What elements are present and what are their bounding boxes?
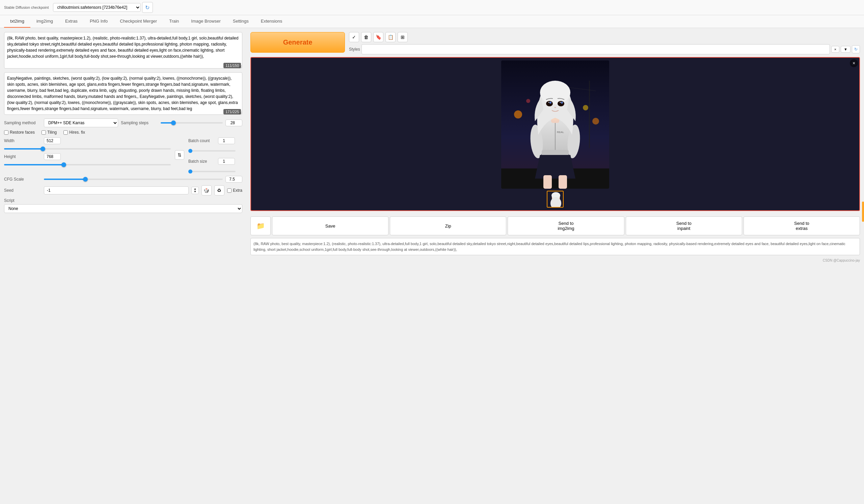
generate-row: Generate ✓ 🗑 🔖 📋 ⊞ Styles × ▼ ↻: [250, 32, 860, 55]
scrollbar-indicator[interactable]: [862, 202, 864, 222]
batch-size-slider[interactable]: [188, 171, 236, 172]
tab-train[interactable]: Train: [163, 15, 185, 28]
output-prompt-text: (8k, RAW photo, best quality, masterpiec…: [253, 242, 845, 252]
width-section: Width Height: [4, 137, 171, 166]
svg-point-3: [526, 99, 530, 103]
styles-dropdown-btn[interactable]: ▼: [841, 46, 851, 53]
hires-fix-input[interactable]: [63, 130, 68, 135]
tiling-label: Tiling: [47, 130, 57, 135]
tab-img2img[interactable]: img2img: [31, 15, 59, 28]
styles-dropdown: Styles × ▼ ↻: [349, 44, 860, 55]
top-bar: Stable Diffusion checkpoint chilloutmixn…: [0, 0, 864, 15]
negative-prompt-container: 171/225: [4, 72, 242, 116]
batch-count-label: Batch count: [188, 139, 215, 143]
cfg-scale-row: CFG Scale: [4, 176, 242, 183]
negative-prompt-textarea[interactable]: [4, 72, 242, 115]
thumbnail-0[interactable]: [547, 191, 564, 208]
positive-prompt-container: 111/150: [4, 32, 242, 70]
tab-image-browser[interactable]: Image Browser: [185, 15, 227, 28]
tiling-checkbox[interactable]: Tiling: [41, 130, 57, 135]
tab-settings[interactable]: Settings: [227, 15, 255, 28]
height-row: Height: [4, 153, 171, 160]
height-label: Height: [4, 154, 41, 159]
batch-size-value[interactable]: [218, 158, 235, 165]
close-image-btn[interactable]: ×: [850, 59, 858, 67]
styles-trash-btn[interactable]: 🗑: [361, 32, 371, 42]
styles-bookmark-btn[interactable]: 🔖: [373, 32, 383, 42]
open-folder-btn[interactable]: 📁: [250, 216, 271, 235]
checkpoint-dropdown[interactable]: chilloutmixni.safetensors [7234b76e42]: [53, 3, 141, 12]
zip-btn[interactable]: Zip: [390, 216, 506, 235]
image-output-area: ×: [250, 57, 860, 211]
cfg-scale-value[interactable]: [226, 176, 242, 183]
seed-stepper-btn[interactable]: ▲ ▼: [191, 187, 199, 194]
styles-section: ✓ 🗑 🔖 📋 ⊞ Styles × ▼ ↻: [349, 32, 860, 55]
extra-checkbox[interactable]: Extra: [227, 188, 242, 193]
cfg-scale-label: CFG Scale: [4, 177, 41, 182]
script-select[interactable]: None: [4, 204, 242, 213]
extra-input[interactable]: [227, 188, 231, 193]
generate-button[interactable]: Generate: [250, 32, 345, 53]
tab-txt2img[interactable]: txt2img: [4, 15, 31, 28]
right-panel: Generate ✓ 🗑 🔖 📋 ⊞ Styles × ▼ ↻: [247, 28, 864, 498]
save-btn[interactable]: Save: [272, 216, 388, 235]
batch-section: Batch count Batch size: [188, 137, 242, 173]
styles-check-btn[interactable]: ✓: [349, 32, 359, 42]
main-layout: 111/150 171/225 Sampling method DPM++ SD…: [0, 28, 864, 498]
refresh-checkpoint-btn[interactable]: ↻: [142, 2, 153, 13]
positive-prompt-textarea[interactable]: [4, 32, 242, 69]
tiling-input[interactable]: [41, 130, 46, 135]
send-to-extras-btn[interactable]: Send to extras: [744, 216, 860, 235]
styles-clear-btn[interactable]: ×: [831, 46, 839, 53]
seed-input[interactable]: [44, 186, 189, 194]
batch-count-value[interactable]: [218, 137, 235, 144]
height-value[interactable]: [44, 153, 61, 160]
sampling-steps-slider[interactable]: [161, 122, 223, 123]
svg-point-1: [514, 110, 522, 119]
tab-pnginfo[interactable]: PNG Info: [84, 15, 114, 28]
checkpoint-label: Stable Diffusion checkpoint: [4, 5, 49, 10]
restore-faces-input[interactable]: [4, 130, 9, 135]
hires-fix-checkbox[interactable]: Hires. fix: [63, 130, 85, 135]
styles-input[interactable]: [361, 44, 830, 55]
restore-faces-checkbox[interactable]: Restore faces: [4, 130, 35, 135]
cfg-scale-slider-container: [44, 176, 242, 183]
generated-image: REAL: [501, 60, 609, 189]
send-to-img2img-btn[interactable]: Send to img2img: [507, 216, 624, 235]
batch-count-slider[interactable]: [188, 150, 236, 152]
svg-point-23: [560, 102, 561, 103]
width-slider[interactable]: [4, 148, 171, 149]
cfg-scale-slider[interactable]: [44, 179, 223, 180]
dice-icon: 🎲: [204, 188, 209, 193]
height-slider[interactable]: [4, 164, 171, 165]
hires-fix-label: Hires. fix: [69, 130, 85, 135]
styles-refresh-btn[interactable]: ↻: [852, 45, 860, 53]
sampling-method-select[interactable]: DPM++ SDE Karras: [44, 119, 118, 127]
wh-batch-row: Width Height ⇅ Batch count: [4, 137, 242, 173]
left-panel: 111/150 171/225 Sampling method DPM++ SD…: [0, 28, 247, 498]
swap-dimensions-btn[interactable]: ⇅: [175, 150, 184, 160]
batch-size-label: Batch size: [188, 159, 215, 164]
sampling-method-label: Sampling method: [4, 121, 41, 125]
extra-label: Extra: [233, 188, 242, 193]
tab-extras[interactable]: Extras: [59, 15, 84, 28]
tab-checkpoint-merger[interactable]: Checkpoint Merger: [114, 15, 163, 28]
sampling-steps-value[interactable]: [226, 120, 242, 126]
watermark: CSDN @Cappuccino-jay: [250, 259, 860, 262]
svg-point-18: [546, 101, 553, 106]
anime-girl-svg: REAL: [501, 60, 609, 189]
script-section: Script None: [4, 198, 242, 213]
styles-clipboard-btn[interactable]: 📋: [385, 32, 396, 42]
swap-btn-container: ⇅: [175, 137, 184, 160]
send-to-inpaint-btn[interactable]: Send to inpaint: [626, 216, 742, 235]
tab-extensions[interactable]: Extensions: [255, 15, 289, 28]
seed-dice-btn[interactable]: 🎲: [202, 185, 212, 195]
seed-recycle-btn[interactable]: ♻: [214, 185, 225, 195]
sampling-method-row: Sampling method DPM++ SDE Karras Samplin…: [4, 119, 242, 127]
folder-icon: 📁: [256, 222, 265, 230]
styles-grid-btn[interactable]: ⊞: [398, 32, 408, 42]
svg-point-2: [583, 105, 588, 110]
width-value[interactable]: [44, 137, 61, 144]
svg-text:REAL: REAL: [557, 131, 564, 134]
svg-rect-6: [589, 81, 590, 148]
